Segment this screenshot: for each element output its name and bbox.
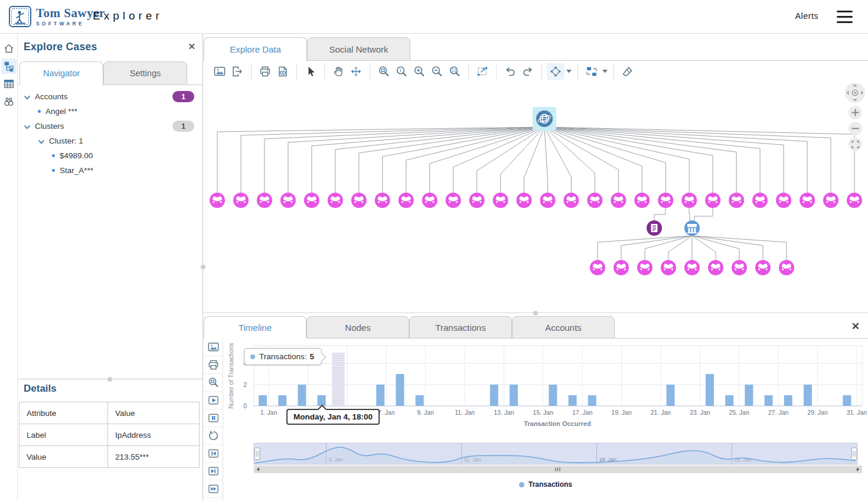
transaction-bar[interactable] [725, 395, 733, 406]
transaction-node[interactable] [755, 260, 771, 275]
divider-grip[interactable] [107, 377, 112, 382]
transaction-node[interactable] [776, 193, 791, 208]
rail-button-tree-view[interactable] [1, 58, 17, 74]
transaction-node[interactable] [637, 260, 652, 275]
tab-accounts[interactable]: Accounts [512, 316, 615, 339]
tab-navigator[interactable]: Navigator [19, 61, 103, 85]
player-button-play[interactable] [203, 392, 223, 409]
toolbar-button-fit-selection[interactable] [474, 63, 491, 80]
transaction-node[interactable] [823, 193, 838, 208]
transaction-bar[interactable] [490, 385, 498, 406]
splitter-grip[interactable] [533, 311, 538, 315]
toolbar-button-zoom-in[interactable] [410, 63, 428, 80]
player-button-fast-forward[interactable] [203, 480, 223, 498]
selected-bar[interactable] [332, 353, 344, 406]
transaction-node[interactable] [847, 193, 862, 208]
transaction-node[interactable] [684, 260, 700, 275]
timeline-scrollbar[interactable] [254, 466, 862, 473]
tab-transactions[interactable]: Transactions [409, 316, 512, 339]
toolbar-button-image-export[interactable] [211, 63, 229, 80]
transaction-bar[interactable] [588, 395, 596, 406]
transaction-node[interactable] [681, 193, 697, 208]
transaction-node[interactable] [729, 193, 744, 208]
transaction-bar[interactable] [706, 374, 714, 406]
rail-button-home[interactable] [1, 41, 17, 56]
transaction-bar[interactable] [396, 374, 404, 406]
ip-root-node[interactable] [533, 107, 556, 131]
transaction-bar[interactable] [569, 395, 577, 406]
transaction-bar[interactable] [667, 385, 675, 406]
player-button-step-start[interactable] [203, 445, 223, 463]
tab-settings[interactable]: Settings [103, 61, 187, 85]
zoom-out-circle-icon[interactable] [849, 122, 862, 135]
transaction-node[interactable] [280, 193, 296, 208]
range-handle[interactable] [851, 448, 857, 460]
player-button-pause[interactable] [203, 409, 223, 427]
transaction-bar[interactable] [765, 395, 773, 406]
rail-button-table-view[interactable] [1, 76, 17, 92]
transaction-bar[interactable] [298, 385, 306, 406]
close-icon[interactable]: ✕ [188, 42, 195, 51]
transaction-node[interactable] [493, 193, 508, 208]
toolbar-button-zoom-selected[interactable] [393, 63, 410, 80]
tab-explore-data[interactable]: Explore Data [204, 37, 307, 61]
graph-canvas[interactable] [203, 82, 868, 312]
panel-edge-grip[interactable] [201, 265, 205, 269]
tree-item-clusters[interactable]: Clusters1 [18, 119, 203, 134]
transaction-node[interactable] [375, 193, 390, 208]
transaction-node[interactable] [708, 260, 723, 275]
player-button-zoom-rectangle[interactable] [203, 374, 223, 392]
player-button-reset[interactable] [203, 427, 223, 445]
transaction-node[interactable] [469, 193, 485, 208]
toolbar-button-zoom-rectangle[interactable] [375, 63, 393, 80]
transaction-bar[interactable] [259, 395, 267, 406]
player-button-image-export[interactable] [203, 339, 223, 356]
transaction-node[interactable] [351, 193, 367, 208]
dropdown-caret-icon[interactable] [564, 63, 573, 80]
transaction-bar[interactable] [843, 395, 851, 406]
transaction-node[interactable] [540, 193, 556, 208]
toolbar-button-fit-in-window[interactable] [446, 63, 464, 80]
tab-nodes[interactable]: Nodes [306, 316, 409, 339]
player-button-print[interactable] [203, 356, 223, 374]
transaction-node[interactable] [705, 193, 720, 208]
chevron-down-icon[interactable] [38, 138, 45, 145]
dropdown-caret-icon[interactable] [601, 63, 609, 80]
rail-button-binoculars[interactable] [1, 94, 17, 109]
transaction-node[interactable] [752, 193, 768, 208]
transaction-node[interactable] [328, 193, 343, 208]
bank-node[interactable] [684, 220, 700, 236]
toolbar-button-bundle-edges[interactable] [583, 63, 601, 80]
transaction-bar[interactable] [549, 385, 557, 406]
transaction-node[interactable] [590, 260, 605, 275]
menu-hamburger-icon[interactable] [837, 11, 853, 23]
transaction-node[interactable] [446, 193, 461, 208]
toolbar-button-redo[interactable] [519, 63, 537, 80]
transaction-node[interactable] [800, 193, 815, 208]
tree-item--4989-00[interactable]: $4989.00 [18, 148, 203, 163]
toolbar-button-undo[interactable] [501, 63, 519, 80]
tab-timeline[interactable]: Timeline [204, 316, 306, 339]
fit-circle-icon[interactable] [849, 138, 862, 151]
transaction-node[interactable] [779, 260, 794, 275]
transaction-bar[interactable] [416, 395, 424, 406]
transaction-node[interactable] [614, 260, 629, 275]
tab-social-network[interactable]: Social Network [307, 37, 410, 61]
transaction-node[interactable] [661, 260, 676, 275]
close-icon[interactable]: ✕ [851, 320, 860, 333]
timeline-overview[interactable]: 4. Jan11. Jan18. Jan25. Jan [254, 443, 857, 464]
toolbar-button-select-pointer[interactable] [302, 63, 319, 80]
transaction-bar[interactable] [784, 395, 792, 406]
tree-item-angel-[interactable]: Angel *** [18, 104, 203, 119]
transaction-bar[interactable] [376, 385, 384, 406]
toolbar-button-clear[interactable] [619, 63, 637, 80]
transaction-node[interactable] [587, 193, 602, 208]
player-button-step-end[interactable] [203, 463, 223, 480]
chevron-down-icon[interactable] [24, 93, 31, 100]
transaction-node[interactable] [210, 193, 225, 208]
transaction-bar[interactable] [745, 385, 753, 406]
transaction-node[interactable] [611, 193, 626, 208]
document-node[interactable] [647, 220, 662, 236]
range-handle[interactable] [254, 448, 260, 460]
transaction-bar[interactable] [804, 385, 812, 406]
